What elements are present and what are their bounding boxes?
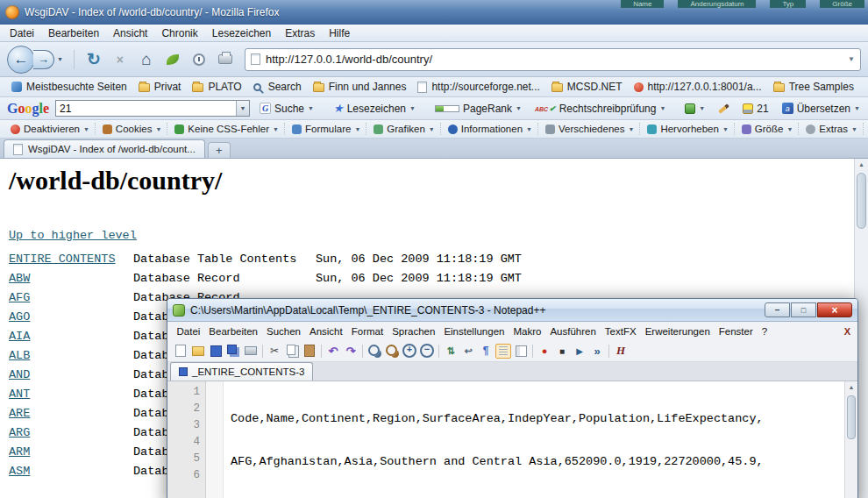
menu-chronik[interactable]: Chronik (155, 25, 203, 41)
new-file-icon[interactable] (173, 344, 189, 359)
addon-leaf-button[interactable] (162, 49, 183, 70)
stop-button[interactable]: × (110, 49, 131, 70)
history-dropdown-icon[interactable]: ▼ (57, 56, 63, 62)
menu-lesezeichen[interactable]: Lesezeichen (206, 25, 277, 41)
listing-link[interactable]: ARG (9, 426, 133, 439)
listing-link[interactable]: ARE (9, 407, 133, 420)
find-icon[interactable] (366, 344, 382, 359)
bookmark-sourceforge[interactable]: http://sourceforge.net... (413, 79, 544, 95)
record-macro-icon[interactable] (537, 344, 552, 359)
notepad-titlebar[interactable]: C:\Users\Martin\AppData\Local\Temp\_ENTI… (167, 299, 857, 322)
menu-datei[interactable]: Datei (4, 25, 40, 41)
redo-icon[interactable] (343, 344, 359, 359)
google-highlight-button[interactable]: 21 (739, 101, 772, 117)
google-edit-button[interactable] (715, 105, 733, 112)
up-level-link[interactable]: Up to higher level (9, 229, 137, 242)
google-translate-button[interactable]: Übersetzen▼ (779, 101, 864, 117)
url-dropdown-icon[interactable]: ▼ (848, 55, 855, 63)
play-macro-icon[interactable] (572, 344, 587, 359)
minimize-button[interactable] (765, 302, 790, 317)
notepad-window[interactable]: C:\Users\Martin\AppData\Local\Temp\_ENTI… (167, 298, 858, 498)
zoom-in-icon[interactable] (402, 344, 417, 359)
webdev-formulare[interactable]: Formulare▼ (287, 123, 366, 135)
listing-link[interactable]: ABW (9, 272, 133, 285)
new-tab-button[interactable]: + (208, 142, 231, 158)
webdev-extras[interactable]: Extras▼ (800, 123, 864, 135)
webdev-deaktivieren[interactable]: Deaktivieren▼ (5, 123, 96, 135)
copy-icon[interactable] (284, 344, 300, 359)
editor-scrollbar[interactable] (844, 381, 857, 498)
back-button[interactable]: ← (7, 46, 35, 74)
npp-menu-datei[interactable]: Datei (173, 324, 204, 338)
listing-link[interactable]: ANT (9, 388, 133, 401)
listing-link[interactable]: ARM (9, 445, 133, 459)
npp-menu-hilfe[interactable]: ? (758, 324, 771, 338)
paste-icon[interactable] (302, 344, 317, 359)
bookmark-meistbesuchte-seiten[interactable]: Meistbesuchte Seiten (7, 79, 132, 95)
npp-menu-makro[interactable]: Makro (509, 324, 545, 338)
google-search-button[interactable]: Suche▼ (256, 101, 317, 117)
menu-ansicht[interactable]: Ansicht (107, 25, 153, 41)
listing-link[interactable]: ALB (9, 349, 133, 362)
firefox-titlebar[interactable]: WsgiDAV - Index of /world-db/country/ - … (0, 0, 868, 25)
listing-link[interactable]: AFG (9, 291, 133, 304)
document-tab[interactable]: _ENTIRE_CONTENTS-3 (170, 362, 313, 381)
google-search-dropdown-icon[interactable]: ▼ (236, 101, 249, 116)
bookmark-tree-samples[interactable]: Tree Samples (769, 79, 858, 95)
google-spellcheck-button[interactable]: Rechtschreibprüfung▼ (531, 101, 669, 117)
undo-icon[interactable] (325, 344, 341, 359)
npp-menu-format[interactable]: Format (347, 324, 387, 338)
print-icon[interactable] (243, 344, 259, 359)
cut-icon[interactable] (267, 344, 282, 359)
scroll-thumb[interactable] (857, 173, 866, 229)
history-clock-button[interactable] (189, 49, 210, 70)
google-search-box[interactable]: ▼ (55, 100, 250, 117)
word-wrap-icon[interactable] (460, 344, 476, 359)
close-button[interactable] (817, 302, 852, 317)
menu-bearbeiten[interactable]: Bearbeiten (42, 25, 105, 41)
sync-scroll-icon[interactable] (443, 344, 459, 359)
npp-menu-ansicht[interactable]: Ansicht (306, 324, 347, 338)
google-bookmarks-button[interactable]: Lesezeichen▼ (330, 100, 419, 117)
open-file-icon[interactable] (190, 344, 206, 359)
indent-guide-icon[interactable] (495, 344, 511, 359)
home-button[interactable]: ⌂ (136, 49, 157, 70)
npp-menu-bearbeiten[interactable]: Bearbeiten (205, 324, 262, 338)
npp-menu-fenster[interactable]: Fenster (715, 324, 757, 338)
listing-link[interactable]: AGO (9, 310, 133, 324)
code-text[interactable]: Code,Name,Continent,Region,SurfaceArea,I… (224, 381, 844, 498)
webdev-css[interactable]: Keine CSS-Fehler▼ (169, 123, 285, 135)
print-button[interactable] (215, 49, 236, 70)
listing-link[interactable]: ENTIRE CONTENTS (9, 253, 133, 266)
save-all-icon[interactable] (225, 344, 241, 359)
editor-area[interactable]: 1 2 3 4 5 6 Code,Name,Continent,Region,S… (167, 381, 857, 498)
npp-menu-ausfuehren[interactable]: Ausführen (546, 324, 600, 338)
listing-link[interactable]: AIA (9, 330, 133, 343)
textfx-icon[interactable] (613, 344, 629, 359)
webdev-groesse[interactable]: Größe▼ (736, 123, 800, 135)
webdev-grafiken[interactable]: Grafiken▼ (368, 123, 440, 135)
scroll-up-icon[interactable]: ▲ (855, 161, 868, 167)
url-input[interactable] (266, 53, 843, 66)
replace-icon[interactable] (384, 344, 400, 359)
show-symbols-icon[interactable] (478, 344, 494, 359)
bookmark-plato[interactable]: PLATO (188, 79, 245, 95)
maximize-button[interactable] (791, 302, 816, 317)
forward-button[interactable]: → (33, 50, 54, 69)
webdev-verschiedenes[interactable]: Verschiedenes▼ (540, 123, 640, 135)
npp-menu-einstellungen[interactable]: Einstellungen (440, 324, 509, 338)
google-search-input[interactable] (56, 103, 236, 115)
npp-menu-erweiterungen[interactable]: Erweiterungen (641, 324, 714, 338)
bookmark-search[interactable]: Search (249, 79, 306, 95)
google-pagerank-button[interactable]: PageRank▼ (431, 101, 525, 117)
listing-link[interactable]: ASM (9, 465, 133, 478)
stop-macro-icon[interactable] (554, 344, 570, 359)
bookmark-localhost-8001[interactable]: http://127.0.0.1:8001/a... (630, 79, 766, 95)
listing-link[interactable]: AND (9, 368, 133, 381)
url-bar[interactable]: ▼ (245, 48, 861, 71)
npp-menu-textfx[interactable]: TextFX (601, 324, 640, 338)
zoom-out-icon[interactable] (419, 344, 435, 359)
run-macro-multiple-icon[interactable] (589, 344, 605, 359)
save-icon[interactable] (208, 344, 224, 359)
bookmark-finn-und-jannes[interactable]: Finn und Jannes (309, 79, 411, 95)
